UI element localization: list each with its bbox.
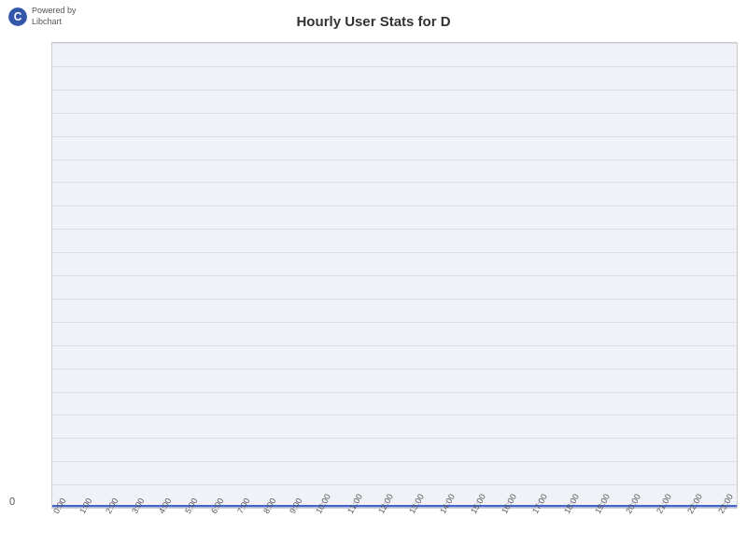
grid-line [52, 136, 737, 137]
grid-line [52, 43, 737, 44]
grid-line [52, 252, 737, 253]
chart-area [51, 42, 738, 509]
powered-by-text: Powered by Libchart [32, 6, 77, 27]
chart-title: Hourly User Stats for D [0, 0, 747, 29]
grid-line [52, 275, 737, 276]
grid-line [52, 66, 737, 67]
svg-text:C: C [14, 10, 22, 23]
x-axis-labels: 0:001:002:003:004:005:006:007:008:009:00… [51, 509, 738, 555]
grid-line [52, 322, 737, 323]
grid-line [52, 369, 737, 370]
y-axis-zero-label: 0 [9, 496, 15, 507]
grid-line [52, 182, 737, 183]
grid-line [52, 461, 737, 462]
grid-line [52, 414, 737, 415]
grid-line [52, 392, 737, 393]
grid-line [52, 205, 737, 206]
grid-line [52, 160, 737, 161]
grid-line [52, 90, 737, 91]
powered-by-badge: C Powered by Libchart [7, 6, 77, 27]
grid-lines [52, 43, 737, 508]
grid-line [52, 229, 737, 230]
grid-line [52, 113, 737, 114]
y-axis: 0 [9, 42, 15, 509]
grid-line [52, 299, 737, 300]
grid-line [52, 484, 737, 485]
libchart-logo: C [7, 7, 28, 27]
grid-line [52, 438, 737, 439]
grid-line [52, 345, 737, 346]
